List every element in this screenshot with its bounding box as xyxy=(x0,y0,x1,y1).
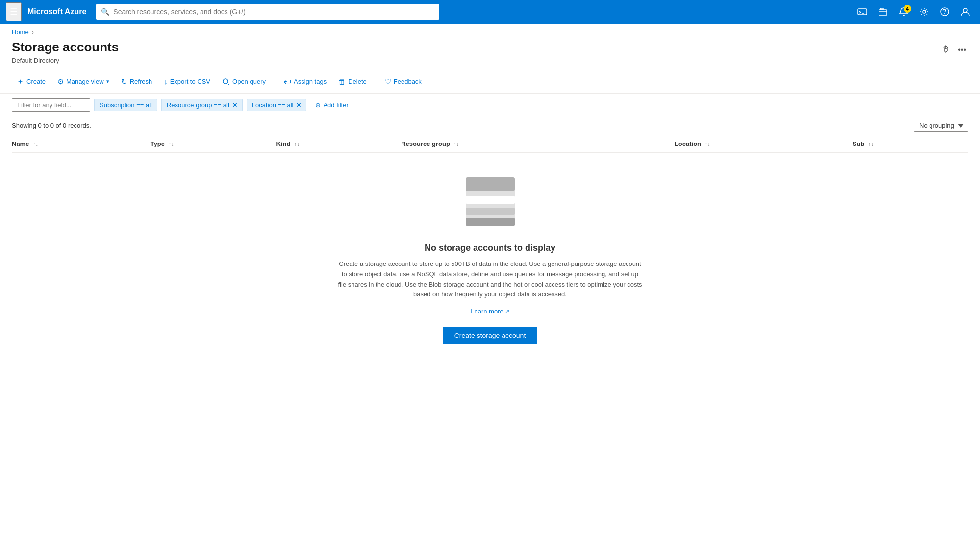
create-label: Create xyxy=(26,78,46,85)
query-icon xyxy=(222,78,230,86)
topnav-actions: 4 xyxy=(854,4,974,20)
feedback-button[interactable]: ♡ Feedback xyxy=(380,74,427,89)
main-content: Home › Storage accounts Default Director… xyxy=(0,24,980,553)
notifications-button[interactable]: 4 xyxy=(895,4,912,20)
empty-state: No storage accounts to display Create a … xyxy=(0,153,980,374)
empty-title: No storage accounts to display xyxy=(425,243,555,253)
svg-rect-0 xyxy=(858,9,867,15)
column-resource-group[interactable]: Resource group ↑↓ xyxy=(401,135,675,153)
create-button[interactable]: ＋ Create xyxy=(12,74,50,89)
account-button[interactable] xyxy=(956,4,974,20)
delete-label: Delete xyxy=(348,78,367,85)
page-header: Storage accounts Default Directory ••• xyxy=(0,38,980,70)
svg-rect-12 xyxy=(466,196,515,204)
breadcrumb-separator: › xyxy=(32,29,34,36)
feedback-label: Feedback xyxy=(394,78,422,85)
pin-button[interactable] xyxy=(939,43,952,57)
subscription-filter[interactable]: Subscription == all xyxy=(94,99,157,111)
notification-badge: 4 xyxy=(904,5,911,13)
svg-rect-3 xyxy=(880,8,883,10)
add-filter-icon: ⊕ xyxy=(315,101,321,109)
resource-group-sort-icon: ↑↓ xyxy=(454,141,459,147)
svg-rect-14 xyxy=(466,218,515,226)
table-header: Name ↑↓ Type ↑↓ Kind ↑↓ Resource group ↑… xyxy=(12,135,968,153)
location-filter-close[interactable]: ✕ xyxy=(296,102,301,109)
grouping-select[interactable]: No grouping xyxy=(914,120,968,132)
refresh-button[interactable]: ↻ Refresh xyxy=(116,74,157,89)
svg-rect-11 xyxy=(466,177,515,191)
manage-view-label: Manage view xyxy=(66,78,104,85)
name-sort-icon: ↑↓ xyxy=(33,141,38,147)
toolbar-separator-1 xyxy=(275,76,275,88)
cloud-shell-button[interactable] xyxy=(854,4,871,20)
svg-point-6 xyxy=(923,10,926,13)
filter-input[interactable] xyxy=(12,98,90,112)
location-filter[interactable]: Location == all ✕ xyxy=(247,99,307,111)
table-header-row: Name ↑↓ Type ↑↓ Kind ↑↓ Resource group ↑… xyxy=(12,135,968,153)
breadcrumb-home-link[interactable]: Home xyxy=(12,28,29,36)
create-storage-account-button[interactable]: Create storage account xyxy=(443,327,538,344)
column-type[interactable]: Type ↑↓ xyxy=(151,135,276,153)
column-location[interactable]: Location ↑↓ xyxy=(675,135,853,153)
kind-sort-icon: ↑↓ xyxy=(294,141,300,147)
open-query-button[interactable]: Open query xyxy=(217,75,271,89)
gear-icon: ⚙ xyxy=(57,77,64,86)
column-resource-group-label: Resource group xyxy=(401,140,450,147)
column-type-label: Type xyxy=(151,140,165,147)
sub-sort-icon: ↑↓ xyxy=(868,141,874,147)
learn-more-link[interactable]: Learn more ↗ xyxy=(471,308,509,315)
column-subscription[interactable]: Sub ↑↓ xyxy=(853,135,968,153)
svg-point-8 xyxy=(963,8,967,12)
subscription-filter-label: Subscription == all xyxy=(100,101,152,109)
page-title: Storage accounts xyxy=(12,40,939,55)
svg-rect-13 xyxy=(466,208,515,215)
directory-button[interactable] xyxy=(874,4,892,20)
column-location-label: Location xyxy=(675,140,701,147)
location-filter-label: Location == all xyxy=(252,101,294,109)
records-bar: Showing 0 to 0 of 0 records. No grouping xyxy=(0,117,980,135)
refresh-label: Refresh xyxy=(130,78,152,85)
open-query-label: Open query xyxy=(232,78,266,85)
refresh-icon: ↻ xyxy=(121,77,127,86)
toolbar-separator-2 xyxy=(376,76,376,88)
delete-button[interactable]: 🗑 Delete xyxy=(333,74,372,89)
chevron-down-icon: ▾ xyxy=(106,78,109,85)
external-link-icon: ↗ xyxy=(505,308,509,314)
export-button[interactable]: ↓ Export to CSV xyxy=(159,74,215,89)
filter-bar: Subscription == all Resource group == al… xyxy=(0,94,980,117)
column-kind[interactable]: Kind ↑↓ xyxy=(276,135,402,153)
add-filter-button[interactable]: ⊕ Add filter xyxy=(310,99,353,111)
breadcrumb: Home › xyxy=(0,24,980,38)
data-table: Name ↑↓ Type ↑↓ Kind ↑↓ Resource group ↑… xyxy=(12,135,968,153)
learn-more-label: Learn more xyxy=(471,308,503,315)
top-navigation: ☰ Microsoft Azure 🔍 4 xyxy=(0,0,980,24)
type-sort-icon: ↑↓ xyxy=(169,141,174,147)
export-label: Export to CSV xyxy=(170,78,210,85)
assign-tags-label: Assign tags xyxy=(294,78,327,85)
search-bar: 🔍 xyxy=(96,4,439,20)
page-header-actions: ••• xyxy=(939,40,968,57)
column-name-label: Name xyxy=(12,140,29,147)
brand-logo: Microsoft Azure xyxy=(27,7,86,16)
help-button[interactable] xyxy=(936,4,954,20)
search-icon: 🔍 xyxy=(101,8,109,16)
location-sort-icon: ↑↓ xyxy=(705,141,710,147)
manage-view-button[interactable]: ⚙ Manage view ▾ xyxy=(52,74,114,89)
page-header-info: Storage accounts Default Directory xyxy=(12,40,939,64)
resource-group-filter-close[interactable]: ✕ xyxy=(232,102,237,109)
search-input[interactable] xyxy=(113,8,434,16)
hamburger-menu-button[interactable]: ☰ xyxy=(6,2,22,21)
resource-group-filter-label: Resource group == all xyxy=(167,101,229,109)
settings-button[interactable] xyxy=(915,4,933,20)
feedback-icon: ♡ xyxy=(385,77,391,86)
empty-description: Create a storage account to store up to … xyxy=(338,259,642,300)
column-name[interactable]: Name ↑↓ xyxy=(12,135,151,153)
more-options-button[interactable]: ••• xyxy=(956,44,968,56)
column-subscription-label: Sub xyxy=(853,140,865,147)
delete-icon: 🗑 xyxy=(338,77,346,86)
resource-group-filter[interactable]: Resource group == all ✕ xyxy=(161,99,243,111)
add-filter-label: Add filter xyxy=(323,101,348,109)
assign-tags-button[interactable]: 🏷 Assign tags xyxy=(279,74,331,89)
empty-illustration xyxy=(461,172,520,231)
column-kind-label: Kind xyxy=(276,140,291,147)
